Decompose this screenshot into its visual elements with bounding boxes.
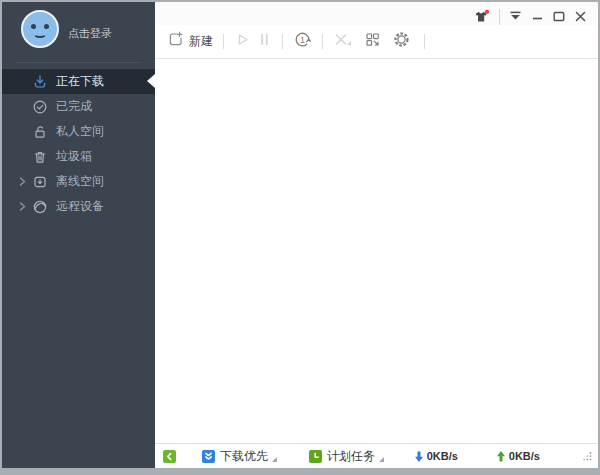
new-task-button[interactable]: 新建 [164, 29, 216, 54]
download-speed-value: 0KB/s [427, 450, 458, 462]
grid-panel-button[interactable] [361, 29, 384, 54]
close-icon[interactable] [570, 9, 591, 24]
start-icon [234, 31, 251, 52]
download-list-area[interactable] [155, 59, 598, 443]
downloading-icon [32, 74, 48, 90]
controls-divider [499, 9, 500, 25]
pause-icon [257, 31, 272, 52]
start-button[interactable] [231, 29, 254, 54]
upload-speed-value: 0KB/s [509, 450, 540, 462]
chevron-right-icon[interactable] [19, 202, 32, 211]
sidebar-item-remote-devices[interactable]: 远程设备 [2, 194, 155, 219]
grid-panel-icon [364, 31, 381, 52]
main-menu-icon[interactable] [504, 9, 527, 24]
login-link[interactable]: 点击登录 [68, 26, 112, 41]
check-circle-icon [32, 99, 48, 115]
sidebar-item-label: 正在下载 [56, 73, 104, 90]
maximize-icon[interactable] [548, 9, 570, 24]
scheduled-tasks-icon [309, 450, 322, 463]
toolbar-divider [322, 34, 323, 49]
download-priority-label: 下载优先 [220, 448, 268, 465]
content-area: 新建 [155, 2, 598, 468]
offline-space-icon [32, 174, 48, 190]
sidebar-item-label: 远程设备 [56, 198, 104, 215]
svg-text:1: 1 [300, 35, 305, 45]
toolbar: 新建 [155, 25, 598, 59]
sidebar-item-private-space[interactable]: 私人空间 [2, 119, 155, 144]
trash-icon [32, 149, 48, 165]
settings-gear-icon [392, 30, 411, 53]
chevron-placeholder [19, 152, 32, 161]
scheduled-tasks-selector[interactable]: 计划任务 [309, 448, 384, 465]
sidebar-item-label: 私人空间 [56, 123, 104, 140]
download-priority-selector[interactable]: 下载优先 [202, 448, 277, 465]
app-window: 点击登录 正在下载 [0, 0, 600, 475]
titlebar[interactable] [155, 2, 598, 25]
sidebar-divider [16, 62, 141, 63]
sidebar: 点击登录 正在下载 [2, 2, 155, 468]
remote-device-icon [32, 199, 48, 215]
sidebar-item-completed[interactable]: 已完成 [2, 94, 155, 119]
toolbar-divider [282, 34, 283, 49]
upload-speed-indicator: 0KB/s [496, 450, 540, 462]
down-arrow-icon [414, 451, 424, 462]
new-task-label: 新建 [189, 33, 213, 50]
dropdown-triangle-icon [379, 457, 384, 462]
skin-shirt-icon[interactable] [468, 7, 495, 26]
pause-button[interactable] [254, 29, 275, 54]
sidebar-menu: 正在下载 已完成 [2, 69, 155, 219]
download-speed-indicator: 0KB/s [414, 450, 458, 462]
chevron-right-icon[interactable] [19, 177, 32, 186]
sidebar-item-downloading[interactable]: 正在下载 [2, 69, 155, 94]
once-speedup-icon: 1 [293, 30, 312, 53]
profile-section[interactable]: 点击登录 [2, 2, 155, 62]
user-avatar[interactable] [21, 10, 59, 48]
toolbar-divider [223, 34, 224, 49]
chevron-placeholder [19, 77, 32, 86]
up-arrow-icon [496, 451, 506, 462]
scheduled-tasks-label: 计划任务 [327, 448, 375, 465]
active-item-notch [147, 74, 155, 88]
sidebar-item-label: 已完成 [56, 98, 92, 115]
delete-icon [333, 31, 352, 52]
new-task-icon [167, 31, 184, 52]
collapse-left-icon[interactable] [163, 450, 176, 463]
sidebar-item-trash[interactable]: 垃圾箱 [2, 144, 155, 169]
sidebar-item-offline-space[interactable]: 离线空间 [2, 169, 155, 194]
lock-icon [32, 124, 48, 140]
toolbar-divider [424, 34, 425, 49]
chevron-placeholder [19, 127, 32, 136]
sidebar-item-label: 离线空间 [56, 173, 104, 190]
chevron-placeholder [19, 102, 32, 111]
sidebar-item-label: 垃圾箱 [56, 148, 92, 165]
delete-button[interactable] [330, 29, 355, 54]
once-speedup-button[interactable]: 1 [290, 28, 315, 55]
resize-grip[interactable] [582, 451, 592, 461]
avatar-mouth [33, 29, 47, 38]
minimize-icon[interactable] [527, 9, 548, 24]
avatar-eye [44, 24, 49, 29]
download-priority-icon [202, 450, 215, 463]
avatar-eye [31, 24, 36, 29]
settings-button[interactable] [389, 28, 414, 55]
window-controls [468, 7, 591, 26]
dropdown-triangle-icon [272, 457, 277, 462]
statusbar: 下载优先 计划任务 0K [155, 443, 598, 468]
